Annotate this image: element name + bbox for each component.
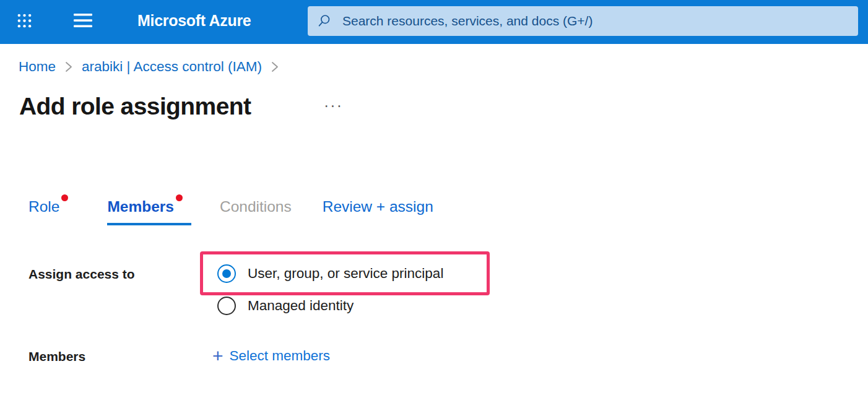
tab-review-assign[interactable]: Review + assign — [323, 198, 433, 225]
tab-role-label: Role — [28, 198, 59, 215]
select-members-link[interactable]: + Select members — [212, 347, 330, 365]
hamburger-icon — [74, 13, 92, 30]
search-input[interactable] — [342, 14, 851, 28]
tab-members-label: Members — [107, 198, 174, 215]
azure-top-bar: Microsoft Azure — [0, 0, 868, 44]
tab-members[interactable]: Members — [107, 198, 191, 225]
breadcrumb-link-resource-iam[interactable]: arabiki | Access control (IAM) — [82, 59, 262, 75]
radio-option-label: User, group, or service principal — [248, 266, 443, 282]
assign-access-to-label: Assign access to — [28, 267, 135, 282]
plus-icon: + — [212, 347, 224, 365]
tab-role-badge-dot — [61, 194, 68, 201]
waffle-icon — [17, 13, 32, 31]
portal-menu-button[interactable] — [72, 12, 94, 31]
tab-conditions[interactable]: Conditions — [220, 198, 292, 225]
role-assignment-tabs: Role Members Conditions Review + assign — [28, 198, 433, 225]
breadcrumb-link-home[interactable]: Home — [19, 59, 56, 75]
radio-option-managed-identity[interactable]: Managed identity — [217, 297, 354, 315]
app-launcher-button[interactable] — [14, 11, 35, 32]
global-search-box[interactable] — [308, 6, 858, 36]
radio-option-label: Managed identity — [248, 298, 354, 314]
more-options-ellipsis-icon[interactable]: ··· — [324, 97, 343, 115]
azure-brand-title[interactable]: Microsoft Azure — [137, 12, 251, 30]
search-icon — [318, 14, 331, 28]
select-members-label: Select members — [230, 348, 331, 364]
radio-selected-icon[interactable] — [217, 264, 236, 283]
tab-conditions-label: Conditions — [220, 198, 292, 215]
page-title: Add role assignment — [19, 93, 251, 120]
members-label: Members — [28, 349, 85, 364]
radio-unselected-icon[interactable] — [217, 297, 236, 315]
tab-review-assign-label: Review + assign — [323, 198, 433, 215]
chevron-right-icon — [271, 61, 279, 73]
tab-role[interactable]: Role — [28, 198, 68, 225]
tab-members-badge-dot — [176, 194, 183, 201]
breadcrumb: Home arabiki | Access control (IAM) — [19, 59, 288, 75]
annotation-highlight-box: User, group, or service principal — [200, 251, 490, 295]
chevron-right-icon — [65, 61, 72, 73]
radio-option-user-group-service-principal[interactable]: User, group, or service principal — [217, 264, 443, 283]
